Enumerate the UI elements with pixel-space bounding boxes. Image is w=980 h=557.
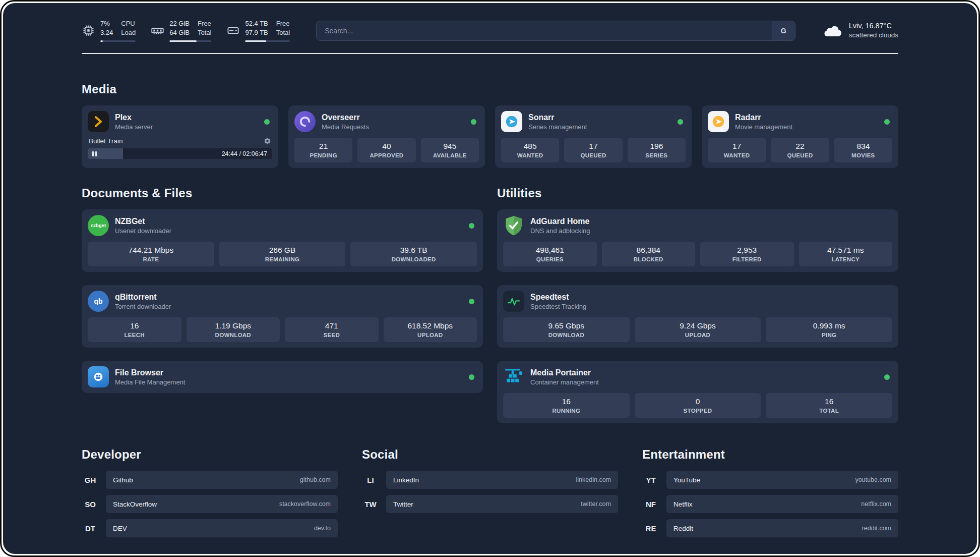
bookmark-link-twitter[interactable]: Twittertwitter.com bbox=[386, 495, 618, 513]
utilities-column: Utilities AdGuard HomeDNS and adblocking… bbox=[497, 186, 898, 423]
service-name: Sonarr bbox=[528, 113, 671, 122]
service-name: Radarr bbox=[735, 113, 878, 122]
bookmark-row: NFNetflixnetflix.com bbox=[642, 495, 898, 513]
service-card-plex[interactable]: PlexMedia serverBullet Train24:44 / 02:0… bbox=[82, 105, 278, 168]
bookmark-abbr: LI bbox=[362, 476, 379, 484]
cpu-labels: CPU Load bbox=[121, 19, 136, 37]
bookmark-link-stackoverflow[interactable]: StackOverflowstackoverflow.com bbox=[106, 495, 338, 513]
service-card-nzbget[interactable]: nzbgetNZBGetUsenet downloader744.21 Mbps… bbox=[82, 209, 483, 272]
stat-label: RUNNING bbox=[506, 408, 627, 414]
stat-box: 744.21 MbpsRATE bbox=[88, 242, 214, 266]
bookmark-row: GHGithubgithub.com bbox=[82, 471, 338, 489]
service-card-adguard-home[interactable]: AdGuard HomeDNS and adblocking498,461QUE… bbox=[497, 209, 898, 272]
stat-label: DOWNLOADED bbox=[353, 256, 474, 262]
service-card-radarr[interactable]: RadarrMovie management17WANTED22QUEUED83… bbox=[702, 105, 898, 168]
card-header: OverseerrMedia Requests bbox=[294, 111, 479, 132]
card-titles: AdGuard HomeDNS and adblocking bbox=[530, 217, 892, 235]
stat-box: 17QUEUED bbox=[564, 138, 622, 162]
stat-label: DOWNLOAD bbox=[506, 332, 627, 338]
bookmark-link-netflix[interactable]: Netflixnetflix.com bbox=[666, 495, 898, 513]
bookmark-abbr: DT bbox=[82, 524, 99, 533]
weather-widget: Lviv, 16.87°C scattered clouds bbox=[822, 21, 898, 40]
stats-row: 16LEECH1.19 GbpsDOWNLOAD471SEED618.52 Mb… bbox=[88, 317, 477, 342]
service-card-media-portainer[interactable]: Media PortainerContainer management16RUN… bbox=[497, 361, 898, 423]
service-description: Media server bbox=[115, 123, 258, 131]
gear-icon[interactable] bbox=[264, 137, 271, 145]
bookmark-link-github[interactable]: Githubgithub.com bbox=[106, 471, 338, 489]
stat-value: 471 bbox=[288, 321, 376, 330]
search-bar: G bbox=[316, 21, 795, 41]
stat-box: 21PENDING bbox=[294, 138, 352, 162]
card-titles: qBittorrentTorrent downloader bbox=[115, 293, 463, 310]
stat-box: 471SEED bbox=[285, 317, 379, 342]
stat-box: 0STOPPED bbox=[635, 393, 761, 418]
bookmark-row: DTDEVdev.to bbox=[82, 519, 338, 537]
search-engine-button[interactable]: G bbox=[772, 21, 795, 40]
service-description: Torrent downloader bbox=[115, 303, 463, 310]
service-name: NZBGet bbox=[115, 217, 463, 226]
plex-icon bbox=[88, 111, 109, 132]
service-card-file-browser[interactable]: File BrowserMedia File Management bbox=[82, 361, 483, 393]
bookmark-link-reddit[interactable]: Redditreddit.com bbox=[666, 519, 898, 537]
stat-box: 834MOVIES bbox=[834, 138, 892, 162]
stat-label: TOTAL bbox=[769, 408, 889, 414]
pause-icon[interactable] bbox=[92, 151, 97, 156]
bookmark-url: youtube.com bbox=[855, 476, 891, 483]
service-card-qbittorrent[interactable]: qbqBittorrentTorrent downloader16LEECH1.… bbox=[82, 285, 483, 348]
service-name: File Browser bbox=[115, 368, 463, 377]
bookmark-url: dev.to bbox=[314, 525, 331, 532]
bookmark-row: RERedditreddit.com bbox=[642, 519, 898, 537]
section-title-media: Media bbox=[82, 82, 898, 96]
disk-values: 52.4 TB 97.9 TB bbox=[245, 19, 268, 37]
dashboard-window: 7% 3.24 CPU Load bbox=[3, 3, 977, 554]
stat-label: SERIES bbox=[631, 152, 683, 158]
status-online-dot bbox=[884, 374, 890, 380]
bookmarks-section: DeveloperGHGithubgithub.comSOStackOverfl… bbox=[82, 448, 898, 543]
stat-value: 9.65 Gbps bbox=[506, 321, 627, 330]
stat-box: 498,461QUERIES bbox=[503, 242, 597, 266]
bookmark-name: Reddit bbox=[673, 525, 693, 532]
stat-label: MOVIES bbox=[837, 152, 889, 158]
service-name: qBittorrent bbox=[115, 293, 463, 302]
stat-value: 17 bbox=[711, 142, 763, 151]
section-title-social: Social bbox=[362, 448, 618, 462]
disk-widget: 52.4 TB 97.9 TB Free Total bbox=[226, 19, 290, 42]
bookmark-link-youtube[interactable]: YouTubeyoutube.com bbox=[666, 471, 898, 489]
bookmark-name: StackOverflow bbox=[113, 500, 157, 508]
stats-row: 9.65 GbpsDOWNLOAD9.24 GbpsUPLOAD0.993 ms… bbox=[503, 317, 892, 342]
bookmark-name: LinkedIn bbox=[393, 476, 419, 484]
search-input[interactable] bbox=[317, 21, 771, 40]
bookmark-group-developer: DeveloperGHGithubgithub.comSOStackOverfl… bbox=[82, 448, 338, 543]
stat-value: 2,953 bbox=[703, 246, 791, 255]
card-header: Media PortainerContainer management bbox=[503, 366, 892, 387]
stat-label: UPLOAD bbox=[387, 332, 474, 338]
stat-value: 196 bbox=[631, 142, 683, 151]
section-title-developer: Developer bbox=[82, 448, 338, 462]
cpu-usage-bar bbox=[100, 40, 136, 42]
now-playing-widget: Bullet Train24:44 / 02:06:47 bbox=[88, 136, 272, 159]
stats-row: 744.21 MbpsRATE266 GBREMAINING39.6 TBDOW… bbox=[88, 242, 477, 266]
bookmark-url: stackoverflow.com bbox=[279, 500, 331, 508]
bookmark-link-linkedin[interactable]: LinkedInlinkedin.com bbox=[386, 471, 618, 489]
ram-values: 22 GiB 64 GiB bbox=[169, 19, 190, 37]
service-card-sonarr[interactable]: SonarrSeries management485WANTED17QUEUED… bbox=[495, 105, 692, 168]
stat-value: 834 bbox=[837, 142, 889, 151]
stat-value: 9.24 Gbps bbox=[638, 321, 758, 330]
service-card-overseerr[interactable]: OverseerrMedia Requests21PENDING40APPROV… bbox=[288, 105, 485, 168]
service-card-speedtest[interactable]: SpeedtestSpeedtest Tracking9.65 GbpsDOWN… bbox=[497, 285, 898, 348]
bookmark-row: TWTwittertwitter.com bbox=[362, 495, 618, 513]
bookmark-group-social: SocialLILinkedInlinkedin.comTWTwittertwi… bbox=[362, 448, 618, 519]
stat-label: RATE bbox=[91, 256, 211, 262]
section-title-utilities: Utilities bbox=[497, 186, 898, 200]
card-header: AdGuard HomeDNS and adblocking bbox=[503, 215, 892, 236]
stat-value: 16 bbox=[506, 397, 627, 406]
playback-progress-bar[interactable]: 24:44 / 02:06:47 bbox=[88, 148, 272, 159]
cpu-load-value: 3.24 bbox=[100, 28, 113, 37]
stat-label: AVAILABLE bbox=[424, 152, 476, 158]
stat-value: 0.993 ms bbox=[769, 321, 889, 330]
weather-condition: scattered clouds bbox=[849, 31, 898, 40]
stat-label: BLOCKED bbox=[605, 256, 693, 262]
nzbget-icon: nzbget bbox=[88, 215, 109, 236]
weather-location: Lviv, 16.87°C bbox=[849, 21, 898, 31]
bookmark-link-dev[interactable]: DEVdev.to bbox=[106, 519, 338, 537]
